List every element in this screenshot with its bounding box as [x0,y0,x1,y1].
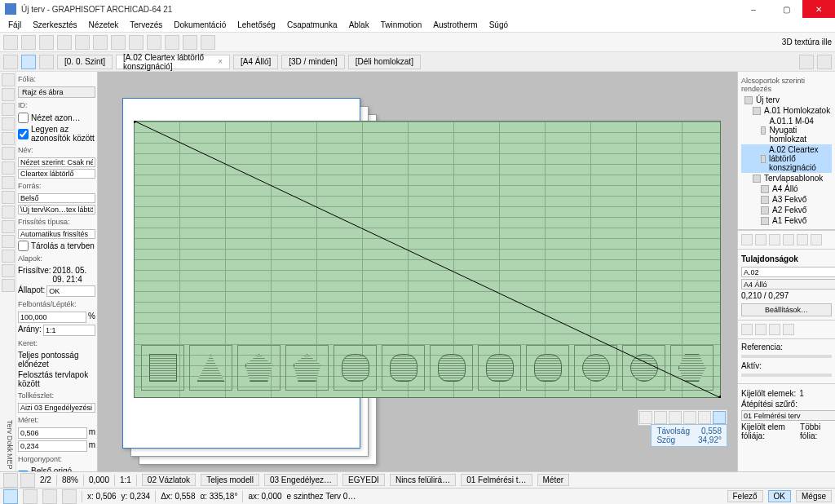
tab-cleartex[interactable]: [A.02 Cleartex lábtörlő konszignáció]× [116,55,230,69]
nav-tool-4-icon[interactable] [783,234,794,245]
felbontas-field[interactable] [18,312,86,323]
tree-a3[interactable]: A3 Fekvő [741,194,832,205]
tree-cleartex[interactable]: A.02 Cleartex lábtörlő konszignáció [741,144,832,173]
cleartex-field[interactable] [18,169,95,179]
tab-nav-prev-icon[interactable] [39,55,54,69]
view-icon-6[interactable] [713,411,726,424]
snap-2-icon[interactable] [23,489,38,504]
roof-icon[interactable] [2,176,15,189]
nav-tool-1-icon[interactable] [741,234,753,245]
wall-icon[interactable] [2,88,15,101]
menu-design[interactable]: Tervezés [125,19,167,31]
navigator-icon[interactable] [799,55,814,69]
seg-engedely[interactable]: 03 Engedélyez… [264,474,338,486]
tool-open-icon[interactable] [21,35,36,50]
seg-felmeres[interactable]: 01 Felmérési t… [461,474,532,486]
tree-a1[interactable]: A1 Fekvő [741,215,832,226]
tab-a4[interactable]: [A4 Álló] [233,55,278,69]
door-icon[interactable] [2,103,15,116]
tab-close-icon[interactable]: × [218,57,223,66]
menu-options[interactable]: Lehetőség [232,19,281,31]
seg-meter[interactable]: Méter [537,474,570,486]
scale-readout[interactable]: 1:1 [120,475,131,484]
beam-icon[interactable] [2,147,15,160]
window-icon[interactable] [2,117,15,130]
qo-4-icon[interactable] [783,324,794,335]
zoom-pct[interactable]: 88% [62,475,78,484]
fill-icon[interactable] [2,264,15,277]
zoom-in-icon[interactable] [20,473,35,488]
tool-cut-icon[interactable] [93,35,108,50]
tree-root[interactable]: Új terv [741,95,832,105]
meret-w-field[interactable] [18,427,87,439]
side-tab-mep[interactable]: MEP [2,453,14,470]
snap-3-icon[interactable] [42,489,57,504]
seg-teljes[interactable]: Teljes modell [201,474,259,486]
menu-window[interactable]: Ablak [344,19,374,31]
aktiv-slider[interactable] [741,374,832,377]
view-icon-3[interactable] [669,411,682,424]
dimension-icon[interactable] [2,250,15,263]
arrow-icon[interactable] [2,73,15,86]
object-icon[interactable] [2,220,15,233]
column-icon[interactable] [2,132,15,145]
menu-edit[interactable]: Szerkesztés [28,19,82,31]
nav-tool-2-icon[interactable] [755,234,767,245]
prop-id-field[interactable] [741,267,835,277]
referencia-slider[interactable] [741,355,832,358]
folia-button[interactable]: Rajz és ábra [18,86,95,98]
seg-vazlatok[interactable]: 02 Vázlatok [142,474,196,486]
close-button[interactable]: ✕ [802,0,835,18]
qo-1-icon[interactable] [741,324,753,335]
qo-3-icon[interactable] [769,324,780,335]
seg-egyedi[interactable]: EGYEDI [342,474,385,486]
menu-teamwork[interactable]: Csapatmunka [282,19,342,31]
menu-documentation[interactable]: Dokumentáció [169,19,231,31]
tool-print-icon[interactable] [183,35,197,50]
seg-nincs[interactable]: Nincs felülirá… [390,474,456,486]
maximize-button[interactable]: ▢ [770,0,802,18]
side-tab-terv[interactable]: Terv [2,420,14,434]
side-tab-dokk[interactable]: Dokk [2,435,14,453]
ok-button[interactable]: OK [768,490,791,502]
tool-redo-icon[interactable] [75,35,90,50]
zoom-out-icon[interactable] [3,473,18,488]
tool-paste-icon[interactable] [129,35,144,50]
line-icon[interactable] [2,279,15,292]
felezo-dropdown[interactable]: Felező [727,490,763,502]
auto-frissites-field[interactable] [18,229,95,239]
menu-file[interactable]: Fájl [3,19,26,31]
tool-new-icon[interactable] [3,35,18,50]
allapot-field[interactable] [46,285,95,297]
marquee-tool-icon[interactable] [21,55,36,69]
belso-origo-check[interactable] [18,471,29,472]
nav-tool-5-icon[interactable] [797,234,808,245]
organizer-icon[interactable] [817,55,832,69]
slab-icon[interactable] [2,161,15,175]
tool-layer-icon[interactable] [165,35,179,50]
nav-tool-3-icon[interactable] [769,234,780,245]
tool-copy-icon[interactable] [111,35,126,50]
tree-nyugati[interactable]: A.01.1 M-04 Nyugati homlokzat [741,116,832,144]
tool-save-icon[interactable] [39,35,54,50]
tree-a4[interactable]: A4 Álló [741,183,832,194]
snap-4-icon[interactable] [62,489,77,504]
tool-undo-icon[interactable] [57,35,72,50]
view-icon-5[interactable] [698,411,711,424]
tab-floor-plan[interactable]: [0. 0. Szint] [57,55,113,69]
tool-3d-icon[interactable] [201,35,215,50]
tab-elevation[interactable]: [Déli homlokzat] [348,55,421,69]
nav-tool-6-icon[interactable] [811,234,822,245]
menu-views[interactable]: Nézetek [84,19,124,31]
snap-1-icon[interactable] [3,489,18,504]
cancel-button[interactable]: Mégse [796,490,832,502]
arrow-tool-icon[interactable] [3,55,18,69]
meret-h-field[interactable] [18,440,87,452]
view-icon-1[interactable] [639,411,652,424]
arany-field[interactable] [43,325,95,336]
menu-twinmotion[interactable]: Twinmotion [376,19,427,31]
drawing-sheet[interactable] [134,121,721,398]
tab-3d[interactable]: [3D / minden] [281,55,344,69]
tollkeszlet-field[interactable] [18,403,95,413]
view-icon-4[interactable] [683,411,696,424]
